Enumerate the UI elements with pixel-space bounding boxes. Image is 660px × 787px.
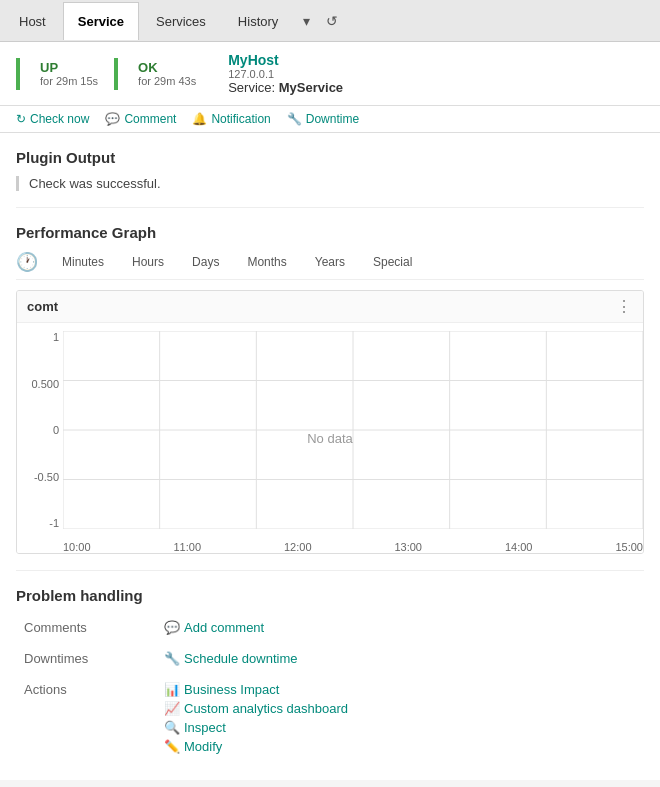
inspect-icon: 🔍	[164, 720, 180, 735]
x-label-2: 11:00	[173, 541, 201, 553]
comment-link[interactable]: 💬 Comment	[105, 112, 176, 126]
schedule-icon: 🔧	[164, 651, 180, 666]
add-comment-link[interactable]: 💬 Add comment	[164, 620, 636, 635]
x-label-1: 10:00	[63, 541, 91, 553]
x-axis: 10:00 11:00 12:00 13:00 14:00 15:00	[63, 541, 643, 553]
actions-links-cell: 📊 Business Impact 📈 Custom analytics das…	[156, 676, 644, 764]
problem-table: Comments 💬 Add comment Downtimes	[16, 614, 644, 764]
y-label-1: 1	[53, 331, 59, 343]
tab-service[interactable]: Service	[63, 2, 139, 40]
action-bar: Check now 💬 Comment 🔔 Notification 🔧 Dow…	[0, 106, 660, 133]
up-status-info: UP for 29m 15s	[40, 60, 98, 87]
no-data-label: No data	[307, 431, 353, 446]
ok-status-info: OK for 29m 43s	[138, 60, 196, 87]
up-indicator	[16, 58, 20, 90]
comments-links: 💬 Add comment	[164, 620, 636, 639]
plugin-output-text: Check was successful.	[16, 176, 644, 191]
up-time: for 29m 15s	[40, 75, 98, 87]
service-name: MyService	[279, 80, 343, 95]
chart-title: comt	[27, 299, 58, 314]
host-info: MyHost 127.0.0.1 Service: MyService	[228, 52, 343, 95]
ok-label: OK	[138, 60, 196, 75]
tab-bar: Host Service Services History ▾ ↺	[0, 0, 660, 42]
main-content: Plugin Output Check was successful. Perf…	[0, 133, 660, 780]
time-tab-special[interactable]: Special	[369, 253, 416, 271]
custom-analytics-link[interactable]: 📈 Custom analytics dashboard	[164, 701, 636, 716]
status-bar: UP for 29m 15s OK for 29m 43s MyHost 127…	[0, 42, 660, 106]
time-tabs: 🕐 Minutes Hours Days Months Years Specia…	[16, 251, 644, 280]
table-row: Comments 💬 Add comment	[16, 614, 644, 645]
downtime-link[interactable]: 🔧 Downtime	[287, 112, 359, 126]
business-impact-link[interactable]: 📊 Business Impact	[164, 682, 636, 697]
y-label-3: 0	[53, 424, 59, 436]
analytics-icon: 📈	[164, 701, 180, 716]
time-tab-months[interactable]: Months	[243, 253, 290, 271]
comment-icon: 💬	[105, 112, 120, 126]
modify-icon: ✏️	[164, 739, 180, 754]
tab-history[interactable]: History	[223, 2, 293, 40]
y-label-2: 0.500	[31, 378, 59, 390]
bell-icon: 🔔	[192, 112, 207, 126]
divider-2	[16, 570, 644, 571]
clock-icon: 🕐	[16, 251, 38, 273]
time-tab-years[interactable]: Years	[311, 253, 349, 271]
x-label-3: 12:00	[284, 541, 312, 553]
host-name-link[interactable]: MyHost	[228, 52, 343, 68]
time-tab-minutes[interactable]: Minutes	[58, 253, 108, 271]
inspect-link[interactable]: 🔍 Inspect	[164, 720, 636, 735]
chart-header: comt ⋮	[17, 291, 643, 323]
impact-icon: 📊	[164, 682, 180, 697]
y-label-4: -0.50	[34, 471, 59, 483]
x-label-6: 15:00	[615, 541, 643, 553]
time-tab-hours[interactable]: Hours	[128, 253, 168, 271]
wrench-icon: 🔧	[287, 112, 302, 126]
downtimes-actions: 🔧 Schedule downtime	[156, 645, 644, 676]
tab-host[interactable]: Host	[4, 2, 61, 40]
chevron-down-icon[interactable]: ▾	[295, 5, 318, 37]
downtimes-label: Downtimes	[16, 645, 156, 676]
downtimes-links: 🔧 Schedule downtime	[164, 651, 636, 670]
y-axis: 1 0.500 0 -0.50 -1	[17, 331, 63, 529]
notification-link[interactable]: 🔔 Notification	[192, 112, 270, 126]
check-now-link[interactable]: Check now	[16, 112, 89, 126]
host-ip: 127.0.0.1	[228, 68, 343, 80]
comment-icon: 💬	[164, 620, 180, 635]
comments-label: Comments	[16, 614, 156, 645]
time-tab-days[interactable]: Days	[188, 253, 223, 271]
chart-body: 1 0.500 0 -0.50 -1	[17, 323, 643, 553]
tab-services[interactable]: Services	[141, 2, 221, 40]
actions-label: Actions	[16, 676, 156, 764]
modify-link[interactable]: ✏️ Modify	[164, 739, 636, 754]
up-label: UP	[40, 60, 98, 75]
comments-actions: 💬 Add comment	[156, 614, 644, 645]
y-label-5: -1	[49, 517, 59, 529]
ok-indicator	[114, 58, 118, 90]
x-label-4: 13:00	[394, 541, 422, 553]
schedule-downtime-link[interactable]: 🔧 Schedule downtime	[164, 651, 636, 666]
refresh-icon	[16, 112, 26, 126]
plugin-output-title: Plugin Output	[16, 149, 644, 166]
actions-links: 📊 Business Impact 📈 Custom analytics das…	[164, 682, 636, 758]
chart-container: comt ⋮ 1 0.500 0 -0.50 -1	[16, 290, 644, 554]
divider-1	[16, 207, 644, 208]
ok-time: for 29m 43s	[138, 75, 196, 87]
x-label-5: 14:00	[505, 541, 533, 553]
problem-handling-title: Problem handling	[16, 587, 644, 604]
table-row: Actions 📊 Business Impact 📈 Custom analy…	[16, 676, 644, 764]
perf-graph-title: Performance Graph	[16, 224, 644, 241]
refresh-icon[interactable]: ↺	[318, 5, 346, 37]
service-info: Service: MyService	[228, 80, 343, 95]
chart-menu-icon[interactable]: ⋮	[616, 297, 633, 316]
table-row: Downtimes 🔧 Schedule downtime	[16, 645, 644, 676]
